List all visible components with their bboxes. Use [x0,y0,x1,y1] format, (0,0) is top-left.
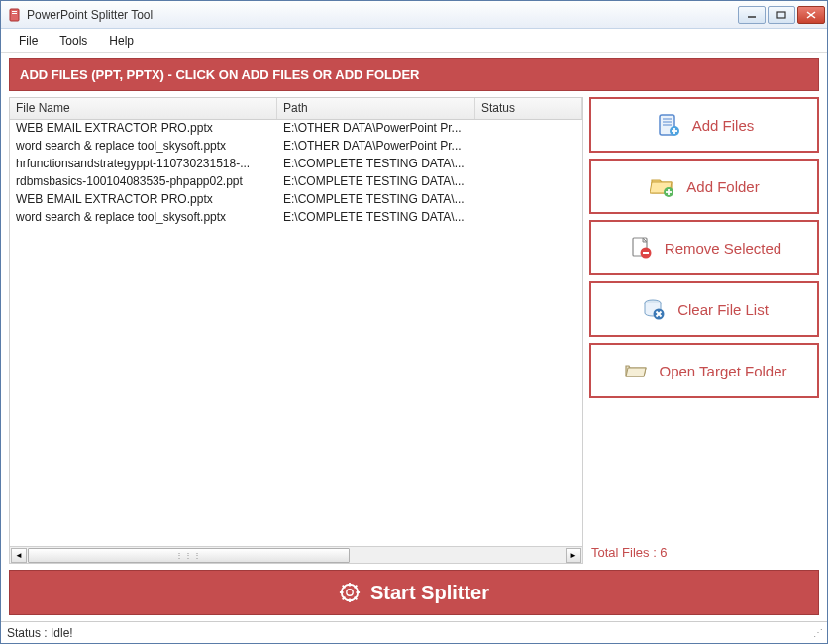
remove-selected-icon [627,234,655,262]
horizontal-scrollbar[interactable]: ◄ ⋮⋮⋮ ► [10,546,582,563]
add-folder-icon [649,172,676,200]
svg-rect-1 [12,11,17,12]
window-title: PowerPoint Splitter Tool [27,8,738,22]
scroll-right-button[interactable]: ► [566,548,581,563]
table-row[interactable]: rdbmsbasics-100104083535-phpapp02.pptE:\… [10,173,582,191]
table-row[interactable]: WEB EMAIL EXTRACTOR PRO.pptxE:\COMPLETE … [10,191,582,209]
scroll-left-button[interactable]: ◄ [11,548,27,563]
cell-status [475,209,582,227]
titlebar[interactable]: PowerPoint Splitter Tool [1,1,827,29]
table-row[interactable]: hrfunctionsandstrategyppt-110730231518-.… [10,156,582,173]
clear-list-label: Clear File List [677,301,769,318]
cell-status [475,191,582,209]
file-table: File Name Path Status WEB EMAIL EXTRACTO… [9,97,583,564]
add-folder-button[interactable]: Add Folder [589,159,819,214]
gear-icon [339,582,361,603]
col-header-path[interactable]: Path [277,98,475,119]
cell-filename: WEB EMAIL EXTRACTOR PRO.pptx [10,191,277,209]
cell-filename: word search & replace tool_skysoft.pptx [10,138,277,156]
svg-rect-2 [12,13,17,14]
add-folder-label: Add Folder [686,178,759,195]
status-text: Status : Idle! [7,626,73,640]
svg-rect-0 [10,9,19,21]
cell-path: E:\COMPLETE TESTING DATA\... [277,173,475,191]
col-header-status[interactable]: Status [475,98,582,119]
table-row[interactable]: WEB EMAIL EXTRACTOR PRO.pptxE:\OTHER DAT… [10,120,582,138]
app-icon [7,7,23,23]
scroll-thumb[interactable]: ⋮⋮⋮ [28,548,350,563]
app-window: PowerPoint Splitter Tool File Tools Help… [0,0,828,644]
cell-status [475,138,582,156]
minimize-button[interactable] [738,6,766,24]
resize-grip-icon[interactable]: ⋰ [813,627,821,638]
svg-rect-4 [777,12,785,18]
side-panel: Add Files Add Folder Remove Selected [589,97,819,564]
add-files-button[interactable]: Add Files [589,97,819,153]
cell-path: E:\COMPLETE TESTING DATA\... [277,191,475,209]
menu-help[interactable]: Help [99,31,144,51]
table-body: WEB EMAIL EXTRACTOR PRO.pptxE:\OTHER DAT… [10,120,582,546]
cell-status [475,173,582,191]
cell-status [475,156,582,173]
cell-filename: word search & replace tool_skysoft.pptx [10,209,277,227]
table-row[interactable]: word search & replace tool_skysoft.pptxE… [10,209,582,227]
remove-selected-button[interactable]: Remove Selected [589,220,819,275]
clear-list-icon [640,295,668,323]
total-files-label: Total Files : 6 [589,541,819,564]
cell-status [475,120,582,138]
cell-path: E:\OTHER DATA\PowerPoint Pr... [277,120,475,138]
open-folder-icon [622,357,650,384]
start-splitter-label: Start Splitter [370,582,489,604]
cell-path: E:\OTHER DATA\PowerPoint Pr... [277,138,475,156]
open-target-folder-label: Open Target Folder [660,363,787,379]
menu-file[interactable]: File [9,31,48,51]
window-controls [738,6,825,24]
cell-path: E:\COMPLETE TESTING DATA\... [277,156,475,173]
add-files-icon [655,111,682,139]
close-button[interactable] [797,6,825,24]
scroll-track[interactable]: ⋮⋮⋮ [28,548,565,563]
cell-path: E:\COMPLETE TESTING DATA\... [277,209,475,227]
start-splitter-button[interactable]: Start Splitter [9,570,819,615]
maximize-button[interactable] [768,6,795,24]
remove-selected-label: Remove Selected [665,240,781,257]
clear-list-button[interactable]: Clear File List [589,281,819,337]
content-area: ADD FILES (PPT, PPTX) - CLICK ON ADD FIL… [1,53,827,621]
svg-point-25 [347,590,353,595]
menu-tools[interactable]: Tools [50,31,97,51]
add-files-label: Add Files [692,117,755,134]
table-row[interactable]: word search & replace tool_skysoft.pptxE… [10,138,582,156]
cell-filename: hrfunctionsandstrategyppt-110730231518-.… [10,156,277,173]
table-header: File Name Path Status [10,98,582,120]
col-header-filename[interactable]: File Name [10,98,277,119]
menubar: File Tools Help [1,29,827,53]
open-target-folder-button[interactable]: Open Target Folder [589,343,819,398]
cell-filename: rdbmsbasics-100104083535-phpapp02.ppt [10,173,277,191]
instruction-banner: ADD FILES (PPT, PPTX) - CLICK ON ADD FIL… [9,58,819,91]
main-row: File Name Path Status WEB EMAIL EXTRACTO… [9,97,819,564]
statusbar: Status : Idle! ⋰ [1,621,827,643]
cell-filename: WEB EMAIL EXTRACTOR PRO.pptx [10,120,277,138]
